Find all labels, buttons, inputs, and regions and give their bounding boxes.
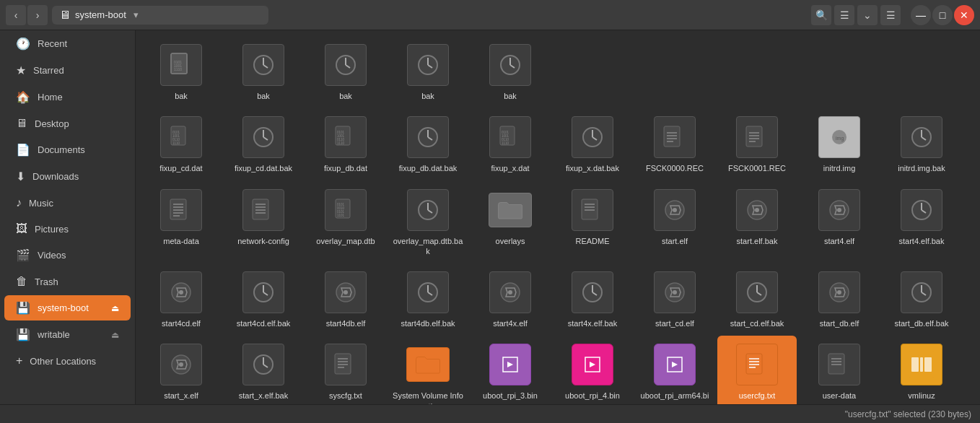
location-text: system-boot bbox=[75, 9, 126, 20]
sidebar-item-system-boot[interactable]: 💾 system-boot ⏏ bbox=[4, 295, 131, 320]
forward-button[interactable]: › bbox=[27, 5, 48, 25]
downloads-icon: ⬇ bbox=[16, 170, 25, 183]
file-item-fixup_cd.dat[interactable]: 0101100101101110 fixup_cd.dat bbox=[141, 108, 221, 178]
sidebar-item-music[interactable]: ♪ Music bbox=[4, 191, 131, 215]
file-item-overlay_map.dtb.bak[interactable]: overlay_map.dtb.bak bbox=[388, 181, 468, 261]
file-item-fixup_x.dat.bak[interactable]: fixup_x.dat.bak bbox=[553, 108, 632, 178]
file-item-start4cd.elf.bak[interactable]: start4cd.elf.bak bbox=[224, 263, 303, 333]
file-item-fsck0000[interactable]: FSCK0000.REC bbox=[635, 108, 714, 178]
svg-point-84 bbox=[837, 208, 841, 212]
file-item-start_x.elf.bak[interactable]: start_x.elf.bak bbox=[224, 336, 303, 404]
svg-rect-62 bbox=[253, 199, 268, 219]
file-item-meta-data[interactable]: meta-data bbox=[141, 181, 221, 261]
file-name-fsck0001: FSCK0001.REC bbox=[728, 163, 786, 173]
sidebar-label-system-boot: system-boot bbox=[38, 302, 104, 313]
file-item-start.elf[interactable]: start.elf bbox=[635, 181, 714, 261]
file-item-start_cd.elf[interactable]: start_cd.elf bbox=[635, 263, 714, 333]
eject-writable-icon[interactable]: ⏏ bbox=[111, 330, 119, 340]
file-item-user-data[interactable]: user-data bbox=[800, 336, 879, 404]
view-toggle-button[interactable]: ⌄ bbox=[857, 5, 878, 25]
location-bar[interactable]: 🖥 system-boot ▾ bbox=[52, 6, 268, 25]
search-button[interactable]: 🔍 bbox=[811, 5, 831, 25]
sidebar-item-other-locations[interactable]: + Other Locations bbox=[4, 349, 131, 373]
file-item-fsck0001[interactable]: FSCK0001.REC bbox=[717, 108, 797, 178]
file-item-usercfg.txt[interactable]: usercfg.txt bbox=[717, 336, 797, 404]
file-item-vmlinuz[interactable]: vmlinuz bbox=[882, 336, 961, 404]
file-item-start_x.elf[interactable]: start_x.elf bbox=[141, 336, 221, 404]
file-item-start4.elf.bak[interactable]: start4.elf.bak bbox=[882, 181, 961, 261]
file-item-system-volume-info[interactable]: System Volume Information bbox=[388, 336, 468, 404]
sidebar-item-home[interactable]: 🏠 Home bbox=[4, 84, 131, 110]
svg-rect-137 bbox=[920, 357, 923, 372]
menu-button[interactable]: ☰ bbox=[880, 5, 901, 25]
file-item-start4cd.elf[interactable]: start4cd.elf bbox=[141, 263, 221, 333]
file-item-uboot_rpi_4.bin[interactable]: uboot_rpi_4.bin bbox=[553, 336, 632, 404]
svg-rect-41 bbox=[664, 126, 680, 147]
sidebar-item-recent[interactable]: 🕐 Recent bbox=[4, 31, 131, 56]
file-item-fixup_x.dat[interactable]: 0101100101101110 fixup_x.dat bbox=[471, 108, 550, 178]
file-item-start.elf.bak[interactable]: start.elf.bak bbox=[717, 181, 797, 261]
sidebar-item-starred[interactable]: ★ Starred bbox=[4, 58, 131, 83]
file-item-fixup_db.dat[interactable]: 0101100101101110 fixup_db.dat bbox=[306, 108, 385, 178]
file-item-bak5[interactable]: bak bbox=[471, 36, 550, 105]
eject-system-boot-icon[interactable]: ⏏ bbox=[111, 303, 119, 313]
sidebar-label-videos: Videos bbox=[38, 250, 119, 261]
file-item-start4db.elf.bak[interactable]: start4db.elf.bak bbox=[388, 263, 468, 333]
sidebar-label-downloads: Downloads bbox=[32, 171, 119, 182]
file-item-initrd.img[interactable]: img initrd.img bbox=[800, 108, 879, 178]
file-name-start4cd.elf: start4cd.elf bbox=[162, 318, 201, 328]
file-item-bak3[interactable]: bak bbox=[306, 36, 385, 105]
svg-rect-131 bbox=[828, 354, 844, 374]
desktop-icon: 🖥 bbox=[16, 117, 27, 130]
file-item-start_db.elf[interactable]: start_db.elf bbox=[800, 263, 879, 333]
sidebar-item-downloads[interactable]: ⬇ Downloads bbox=[4, 164, 131, 189]
file-item-start4x.elf.bak[interactable]: start4x.elf.bak bbox=[553, 263, 632, 333]
svg-point-80 bbox=[673, 208, 677, 212]
sidebar-label-desktop: Desktop bbox=[35, 118, 119, 129]
file-item-start4.elf[interactable]: start4.elf bbox=[800, 181, 879, 261]
sidebar-item-documents[interactable]: 📄 Documents bbox=[4, 137, 131, 162]
svg-rect-138 bbox=[924, 357, 932, 372]
file-item-overlay_map.dtb[interactable]: 0101001001011101 overlay_map.dtb bbox=[306, 181, 385, 261]
file-name-start_db.elf.bak: start_db.elf.bak bbox=[894, 318, 948, 328]
maximize-button[interactable]: □ bbox=[932, 5, 953, 25]
file-item-uboot_rpi_3.bin[interactable]: uboot_rpi_3.bin bbox=[471, 336, 550, 404]
file-item-uboot_rpi_arm64.bin[interactable]: uboot_rpi_arm64.bin bbox=[635, 336, 714, 404]
file-item-start4x.elf[interactable]: start4x.elf bbox=[471, 263, 550, 333]
file-item-fixup_cd.dat.bak[interactable]: fixup_cd.dat.bak bbox=[224, 108, 303, 178]
file-item-initrd.img.bak[interactable]: initrd.img.bak bbox=[882, 108, 961, 178]
nav-buttons: ‹ › bbox=[6, 5, 48, 25]
file-item-readme[interactable]: README bbox=[553, 181, 632, 261]
file-name-start_cd.elf: start_cd.elf bbox=[655, 318, 694, 328]
sidebar-item-pictures[interactable]: 🖼 Pictures bbox=[4, 217, 131, 241]
file-item-network-config[interactable]: network-config bbox=[224, 181, 303, 261]
svg-point-94 bbox=[344, 290, 348, 295]
file-name-start_cd.elf.bak: start_cd.elf.bak bbox=[730, 318, 784, 328]
file-item-fixup_db.dat.bak[interactable]: fixup_db.dat.bak bbox=[388, 108, 468, 178]
sidebar-item-writable[interactable]: 💾 writable ⏏ bbox=[4, 322, 131, 347]
dropdown-icon[interactable]: ▾ bbox=[134, 9, 139, 20]
status-text: "usercfg.txt" selected (230 bytes) bbox=[845, 409, 971, 419]
file-item-bak1[interactable]: 010110011110 bak bbox=[141, 36, 221, 105]
minimize-button[interactable]: — bbox=[911, 5, 931, 25]
file-item-start_db.elf.bak[interactable]: start_db.elf.bak bbox=[882, 263, 961, 333]
svg-text:1110: 1110 bbox=[502, 141, 509, 145]
file-item-overlays[interactable]: overlays bbox=[471, 181, 550, 261]
svg-text:img: img bbox=[836, 136, 844, 141]
file-item-start4db.elf[interactable]: start4db.elf bbox=[306, 263, 385, 333]
sidebar-item-trash[interactable]: 🗑 Trash bbox=[4, 269, 131, 294]
file-item-syscfg.txt[interactable]: syscfg.txt bbox=[306, 336, 385, 404]
sidebar-item-desktop[interactable]: 🖥 Desktop bbox=[4, 111, 131, 136]
svg-text:1110: 1110 bbox=[174, 67, 182, 71]
back-button[interactable]: ‹ bbox=[6, 5, 26, 25]
file-name-uboot_rpi_3.bin: uboot_rpi_3.bin bbox=[483, 391, 538, 401]
home-icon: 🏠 bbox=[16, 90, 30, 104]
files-area[interactable]: 010110011110 bak bak bak bak bak bbox=[136, 30, 980, 404]
sidebar-item-videos[interactable]: 🎬 Videos bbox=[4, 243, 131, 268]
file-item-bak4[interactable]: bak bbox=[388, 36, 468, 105]
file-name-fsck0000: FSCK0000.REC bbox=[646, 163, 704, 173]
file-item-bak2[interactable]: bak bbox=[224, 36, 303, 105]
file-item-start_cd.elf.bak[interactable]: start_cd.elf.bak bbox=[717, 263, 797, 333]
view-list-button[interactable]: ☰ bbox=[834, 5, 854, 25]
close-button[interactable]: ✕ bbox=[954, 5, 974, 25]
